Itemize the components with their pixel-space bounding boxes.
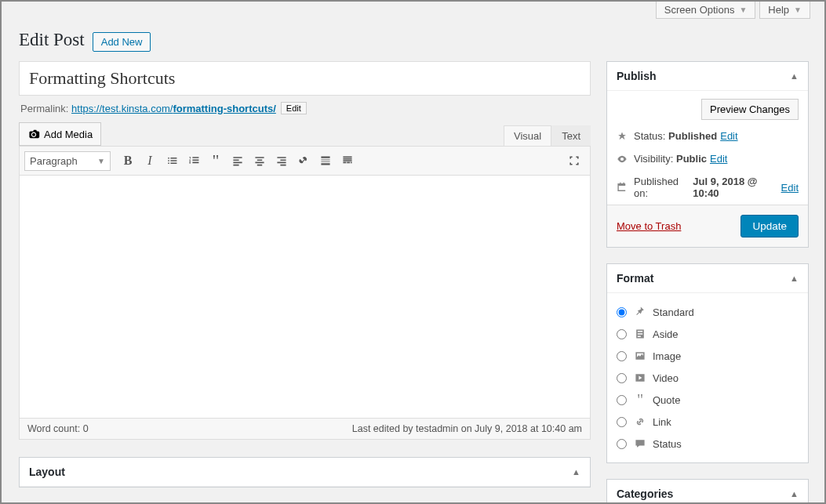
word-count: Word count: 0 (27, 423, 89, 434)
published-row: Published on: Jul 9, 2018 @ 10:40 Edit (607, 170, 808, 205)
bullet-list-button[interactable] (161, 150, 183, 172)
move-to-trash-link[interactable]: Move to Trash (617, 220, 681, 232)
radio-standard[interactable] (617, 307, 627, 317)
last-edited: Last edited by testadmin on July 9, 2018… (352, 423, 582, 434)
editor-status-bar: Word count: 0 Last edited by testadmin o… (19, 419, 591, 440)
triangle-up-icon: ▲ (790, 274, 799, 283)
chat-icon (633, 437, 647, 451)
permalink-row: Permalink: https://test.kinsta.com/forma… (20, 102, 591, 114)
bold-button[interactable]: B (117, 150, 139, 172)
help-label: Help (768, 4, 789, 16)
radio-image[interactable] (617, 351, 627, 361)
permalink-label: Permalink: (20, 103, 68, 114)
help-button[interactable]: Help▼ (759, 2, 810, 19)
publish-title: Publish (617, 70, 657, 82)
readmore-button[interactable] (315, 150, 337, 172)
edit-visibility-link[interactable]: Edit (710, 153, 727, 165)
fullscreen-button[interactable] (563, 150, 585, 172)
triangle-up-icon: ▲ (790, 489, 799, 499)
image-icon (633, 349, 647, 363)
categories-box: Categories ▲ (606, 479, 809, 504)
format-option-standard[interactable]: Standard (617, 301, 799, 323)
format-box-header[interactable]: Format ▲ (607, 264, 808, 293)
add-new-button[interactable]: Add New (93, 32, 151, 52)
eye-icon (617, 154, 628, 165)
radio-video[interactable] (617, 373, 627, 383)
radio-link[interactable] (617, 417, 627, 427)
format-option-quote[interactable]: " Quote (617, 389, 799, 411)
document-icon (633, 327, 647, 341)
toolbar-toggle-button[interactable] (337, 150, 358, 172)
format-option-status[interactable]: Status (617, 433, 799, 455)
radio-status[interactable] (617, 439, 627, 449)
screen-options-label: Screen Options (664, 4, 735, 16)
triangle-up-icon: ▲ (790, 71, 799, 81)
pushpin-icon (633, 305, 647, 319)
update-button[interactable]: Update (740, 215, 799, 237)
format-box: Format ▲ Standard Aside (606, 263, 809, 463)
caret-down-icon: ▼ (739, 5, 747, 14)
align-left-button[interactable] (227, 150, 249, 172)
visibility-row: Visibility: Public Edit (607, 147, 808, 170)
edit-status-link[interactable]: Edit (720, 130, 737, 142)
permalink-link[interactable]: https://test.kinsta.com/formatting-short… (71, 103, 276, 114)
pin-icon (617, 131, 628, 142)
add-media-button[interactable]: Add Media (19, 122, 101, 146)
format-option-image[interactable]: Image (617, 345, 799, 367)
tab-text[interactable]: Text (551, 125, 591, 146)
align-right-button[interactable] (271, 150, 293, 172)
format-option-video[interactable]: Video (617, 367, 799, 389)
editor-content-area[interactable] (19, 176, 591, 419)
categories-title: Categories (617, 488, 673, 500)
format-option-link[interactable]: Link (617, 411, 799, 433)
video-icon (633, 371, 647, 385)
radio-quote[interactable] (617, 395, 627, 405)
add-media-label: Add Media (44, 129, 93, 140)
link-icon (633, 415, 647, 429)
edit-slug-button[interactable]: Edit (281, 102, 307, 114)
format-title: Format (617, 272, 653, 285)
link-button[interactable] (293, 150, 315, 172)
publish-box-header[interactable]: Publish ▲ (607, 62, 808, 91)
tab-visual[interactable]: Visual (504, 125, 551, 146)
categories-box-header[interactable]: Categories ▲ (607, 480, 808, 504)
camera-icon (27, 128, 40, 140)
layout-title: Layout (29, 466, 65, 478)
quote-icon: " (633, 393, 647, 407)
quote-button[interactable]: " (205, 150, 227, 172)
caret-down-icon: ▼ (794, 5, 802, 14)
caret-down-icon: ▼ (97, 157, 105, 165)
screen-options-button[interactable]: Screen Options▼ (656, 2, 756, 19)
triangle-up-icon: ▲ (572, 467, 580, 477)
numbered-list-button[interactable] (183, 150, 205, 172)
radio-aside[interactable] (617, 329, 627, 339)
italic-button[interactable]: I (139, 150, 161, 172)
edit-date-link[interactable]: Edit (781, 182, 799, 194)
calendar-icon (617, 182, 628, 193)
editor-toolbar: Paragraph ▼ B I " (19, 146, 591, 176)
post-title-input[interactable] (19, 61, 591, 96)
preview-changes-button[interactable]: Preview Changes (701, 99, 799, 120)
format-dropdown[interactable]: Paragraph ▼ (24, 151, 111, 171)
layout-box-header[interactable]: Layout ▲ (20, 458, 590, 487)
format-option-aside[interactable]: Aside (617, 323, 799, 345)
publish-box: Publish ▲ Preview Changes Status: Publis… (606, 61, 809, 248)
status-row: Status: Published Edit (607, 125, 808, 147)
align-center-button[interactable] (249, 150, 271, 172)
page-title: Edit Post (19, 30, 85, 50)
